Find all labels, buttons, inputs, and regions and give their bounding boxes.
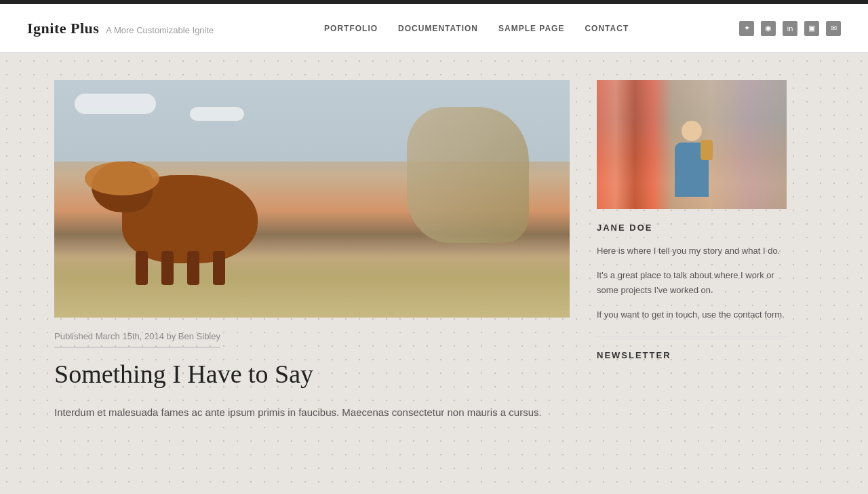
author-name: JANE DOE bbox=[597, 223, 787, 233]
nav-item-documentation[interactable]: DOCUMENTATION bbox=[398, 24, 478, 33]
header: Ignite Plus A More Customizable Ignite P… bbox=[0, 4, 868, 53]
person-silhouette bbox=[668, 121, 715, 209]
sidebar: JANE DOE Here is where I tell you my sto… bbox=[597, 80, 787, 421]
cow-leg-2 bbox=[161, 251, 174, 285]
cow-leg-4 bbox=[213, 251, 225, 285]
sand-area bbox=[54, 250, 570, 318]
cow-leg-3 bbox=[187, 251, 199, 285]
person-body bbox=[675, 142, 709, 197]
instagram-icon[interactable]: ▣ bbox=[804, 21, 819, 36]
cloud-1 bbox=[75, 94, 156, 114]
hero-image bbox=[54, 80, 570, 318]
sidebar-divider bbox=[597, 336, 787, 337]
dribbble-icon[interactable]: ✦ bbox=[739, 21, 754, 36]
article-excerpt: Interdum et malesuada fames ac ante ipsu… bbox=[54, 404, 570, 421]
bio-paragraph-3: If you want to get in touch, use the con… bbox=[597, 307, 787, 322]
article-meta: Published March 15th, 2014 by Ben Sibley bbox=[54, 318, 220, 348]
cow-leg-1 bbox=[136, 251, 148, 285]
profile-image bbox=[597, 80, 787, 209]
main-nav: PORTFOLIO DOCUMENTATION SAMPLE PAGE CONT… bbox=[324, 24, 629, 33]
person-head bbox=[682, 121, 702, 141]
person-backpack bbox=[701, 140, 713, 160]
social-icons: ✦ ◉ in ▣ ✉ bbox=[739, 21, 841, 36]
nav-item-contact[interactable]: CONTACT bbox=[585, 24, 629, 33]
article-title: Something I Have to Say bbox=[54, 359, 570, 390]
linkedin-icon[interactable]: in bbox=[783, 21, 797, 36]
content-wrapper: Published March 15th, 2014 by Ben Sibley… bbox=[27, 53, 841, 448]
logo-area: Ignite Plus A More Customizable Ignite bbox=[27, 20, 214, 37]
rock-area bbox=[407, 107, 529, 243]
cow-legs bbox=[136, 251, 225, 285]
email-icon[interactable]: ✉ bbox=[826, 21, 841, 36]
logo-subtitle: A More Customizable Ignite bbox=[106, 25, 214, 35]
cloud-2 bbox=[190, 107, 244, 121]
newsletter-title: NEWSLETTER bbox=[597, 350, 787, 360]
rss-icon[interactable]: ◉ bbox=[761, 21, 776, 36]
bio-paragraph-2: It's a great place to talk about where I… bbox=[597, 268, 787, 298]
main-content: Published March 15th, 2014 by Ben Sibley… bbox=[54, 80, 570, 421]
logo-title[interactable]: Ignite Plus bbox=[27, 20, 99, 37]
nav-item-sample-page[interactable]: SAMPLE PAGE bbox=[498, 24, 564, 33]
nav-item-portfolio[interactable]: PORTFOLIO bbox=[324, 24, 378, 33]
cow-hair bbox=[85, 162, 159, 195]
bio-paragraph-1: Here is where I tell you my story and wh… bbox=[597, 244, 787, 259]
